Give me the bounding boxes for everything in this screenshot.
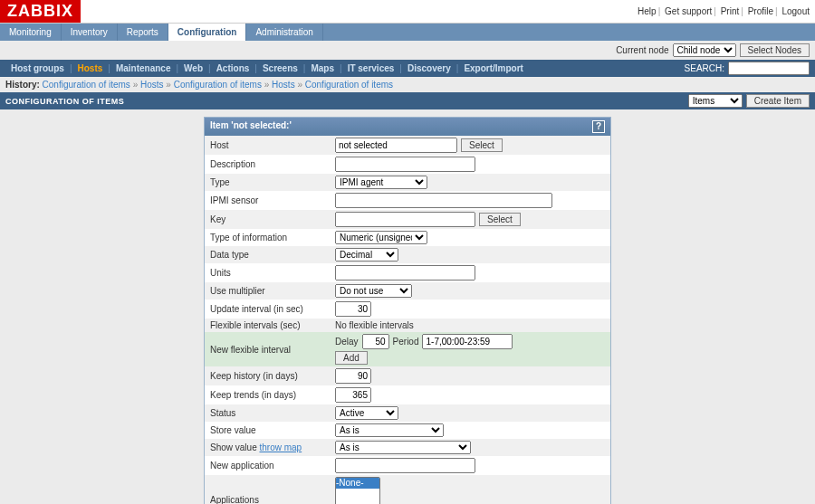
help-link[interactable]: Help [636, 6, 658, 16]
nav-discovery[interactable]: Discovery [402, 60, 456, 77]
history-bar: History: Configuration of items » Hosts … [0, 77, 815, 92]
key-label: Key [208, 214, 335, 224]
type-label: Type [208, 177, 335, 187]
history-item[interactable]: Configuration of items [305, 80, 393, 90]
history-item[interactable]: Hosts [140, 80, 164, 90]
period-input[interactable] [422, 334, 513, 349]
showval-select[interactable]: As is [335, 441, 471, 454]
typeinfo-select[interactable]: Numeric (unsigned) [335, 231, 427, 244]
select-nodes-button[interactable]: Select Nodes [740, 43, 810, 57]
delay-input[interactable] [362, 334, 389, 349]
update-label: Update interval (in sec) [208, 304, 335, 314]
multiplier-label: Use multiplier [208, 286, 335, 296]
ipmi-input[interactable] [335, 193, 552, 208]
showval-label: Show value throw map [208, 442, 335, 452]
main-menu: Monitoring Inventory Reports Configurati… [0, 24, 815, 41]
nav-maintenance[interactable]: Maintenance [110, 60, 177, 77]
flexible-label: Flexible intervals (sec) [208, 320, 335, 330]
description-label: Description [208, 159, 335, 169]
view-select[interactable]: Items [688, 94, 743, 108]
type-select[interactable]: IPMI agent [335, 176, 427, 189]
sub-menu: Host groups| Hosts| Maintenance| Web| Ac… [0, 60, 815, 77]
search-label: SEARCH: [685, 63, 724, 73]
host-label: Host [208, 140, 335, 150]
trends-input[interactable] [335, 387, 371, 403]
current-node-label: Current node [616, 45, 668, 55]
typeinfo-label: Type of information [208, 233, 335, 242]
support-link[interactable]: Get support [663, 6, 714, 16]
history-label: History: [5, 80, 40, 90]
top-links: Help| Get support| Print| Profile| Logou… [636, 6, 815, 16]
status-label: Status [208, 408, 335, 418]
units-label: Units [208, 268, 335, 278]
nav-actions[interactable]: Actions [211, 60, 255, 77]
newapp-label: New application [208, 461, 335, 471]
description-input[interactable] [335, 157, 475, 172]
tab-inventory[interactable]: Inventory [62, 24, 118, 41]
key-input[interactable] [335, 212, 475, 227]
profile-link[interactable]: Profile [746, 6, 775, 16]
item-form-panel: Item 'not selected:' ? Host Select Descr… [204, 117, 611, 504]
nav-export-import[interactable]: Export/Import [458, 60, 529, 77]
panel-title: Item 'not selected:' [210, 120, 292, 133]
trends-label: Keep trends (in days) [208, 390, 335, 400]
create-item-button[interactable]: Create Item [746, 94, 810, 108]
nav-host-groups[interactable]: Host groups [5, 60, 70, 77]
key-select-button[interactable]: Select [479, 213, 521, 226]
newflex-label: New flexible interval [208, 345, 335, 355]
apps-listbox[interactable]: -None- [335, 477, 380, 504]
history-item[interactable]: Configuration of items [174, 80, 262, 90]
store-select[interactable]: As is [335, 423, 444, 437]
store-label: Store value [208, 425, 335, 435]
nav-screens[interactable]: Screens [257, 60, 303, 77]
nav-it-services[interactable]: IT services [342, 60, 400, 77]
tab-administration[interactable]: Administration [246, 24, 322, 41]
logo: ZABBIX [0, 0, 81, 23]
tab-configuration[interactable]: Configuration [168, 24, 247, 41]
print-link[interactable]: Print [719, 6, 742, 16]
title-bar: CONFIGURATION OF ITEMS Items Create Item [0, 92, 815, 109]
status-select[interactable]: Active [335, 406, 398, 420]
units-input[interactable] [335, 265, 475, 281]
help-icon[interactable]: ? [592, 120, 605, 133]
period-label: Period [393, 337, 419, 347]
history-label: Keep history (in days) [208, 371, 335, 381]
tab-monitoring[interactable]: Monitoring [0, 24, 62, 41]
update-input[interactable] [335, 301, 371, 317]
history-input[interactable] [335, 368, 371, 384]
node-bar: Current node Child node Select Nodes [0, 41, 815, 60]
host-input[interactable] [335, 138, 457, 153]
history-item[interactable]: Hosts [272, 80, 295, 90]
nav-web[interactable]: Web [178, 60, 208, 77]
tab-reports[interactable]: Reports [118, 24, 168, 41]
history-item[interactable]: Configuration of items [43, 80, 130, 90]
current-node-select[interactable]: Child node [673, 43, 736, 57]
newapp-input[interactable] [335, 458, 475, 473]
add-flex-button[interactable]: Add [335, 351, 368, 365]
logout-link[interactable]: Logout [780, 6, 811, 16]
apps-label: Applications [208, 495, 335, 505]
search-box: SEARCH: [685, 62, 810, 75]
datatype-select[interactable]: Decimal [335, 248, 398, 262]
throw-map-link[interactable]: throw map [259, 442, 302, 452]
datatype-label: Data type [208, 250, 335, 260]
nav-hosts[interactable]: Hosts [72, 60, 109, 77]
ipmi-label: IPMI sensor [208, 195, 335, 205]
host-select-button[interactable]: Select [461, 138, 503, 152]
flexible-text: No flexible intervals [335, 320, 414, 330]
delay-label: Delay [335, 337, 359, 347]
nav-maps[interactable]: Maps [305, 60, 340, 77]
multiplier-select[interactable]: Do not use [335, 284, 412, 298]
search-input[interactable] [728, 62, 810, 75]
page-title: CONFIGURATION OF ITEMS [5, 97, 124, 106]
